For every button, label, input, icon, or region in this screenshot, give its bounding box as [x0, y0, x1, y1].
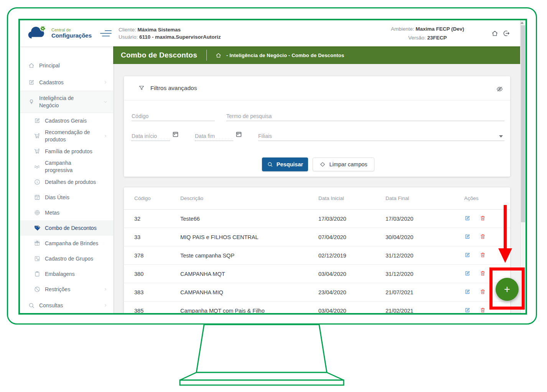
cell-data-inicial: 03/04/2020 — [318, 308, 386, 313]
scroll-up-arrow-icon[interactable] — [521, 20, 524, 25]
filiais-select[interactable] — [258, 131, 504, 141]
sidebar-item-dias-uteis[interactable]: Dias Úteis — [20, 190, 113, 205]
edit-row-button[interactable] — [464, 307, 471, 313]
sidebar-item-campanha-de-brindes[interactable]: Campanha de Brindes — [20, 236, 113, 251]
logo-text: Central de Configurações — [51, 28, 92, 38]
edit-row-button[interactable] — [464, 233, 471, 241]
sidebar-item-restricoes[interactable]: Restrições — [20, 282, 113, 297]
edit-row-button[interactable] — [464, 289, 471, 296]
cell-data-inicial: 02/12/2019 — [318, 253, 386, 259]
edit-action-icon — [464, 215, 471, 223]
sidebar-item-familia-de-produtos[interactable]: Família de produtos — [20, 144, 113, 159]
sidebar-item-label: Inteligência de Negócio — [39, 95, 93, 109]
app-logo[interactable]: Central de Configurações — [20, 24, 113, 43]
cell-codigo: 33 — [134, 234, 180, 240]
logout-icon[interactable] — [503, 30, 510, 37]
user-value: 6110 - maxima.SupervisorAutoriz — [139, 34, 221, 40]
cell-data-final: 21/07/2021 — [386, 289, 464, 295]
hide-filters-icon[interactable] — [496, 85, 503, 94]
sidebar-item-label: Campanha de Brindes — [45, 240, 98, 247]
cell-data-inicial: 23/04/2020 — [318, 289, 386, 295]
chevron-right-icon — [103, 287, 108, 292]
col-data-final: Data Final — [386, 195, 464, 201]
header-env-version: Ambiente: Maxima FECP (Dev) Versão: 23FE… — [391, 25, 464, 42]
cell-data-final: 30/04/2020 — [386, 234, 464, 240]
filters-panel: Filtros avançados — [124, 76, 510, 177]
delete-row-button[interactable] — [479, 252, 486, 259]
col-codigo: Código — [134, 195, 180, 201]
menu-hamburger-icon[interactable] — [100, 28, 112, 38]
wave-icon — [34, 163, 41, 170]
filiais-caret-down-icon[interactable] — [499, 135, 503, 138]
edit-action-icon — [464, 252, 471, 259]
search-icon — [267, 161, 273, 167]
version-value: 23FECP — [427, 35, 447, 41]
edit-row-button[interactable] — [464, 215, 471, 223]
delete-row-button[interactable] — [479, 270, 486, 278]
sidebar-item-label: Principal — [39, 62, 60, 69]
edit-action-icon — [464, 307, 471, 313]
sidebar-item-detalhes-de-produtos[interactable]: Detalhes de produtos — [20, 174, 113, 190]
cart-icon — [34, 148, 41, 155]
home-icon[interactable] — [491, 30, 499, 37]
sidebar-item-label: Detalhes de produtos — [45, 179, 96, 186]
sidebar-item-principal[interactable]: Principal — [20, 57, 113, 74]
breadcrumb: - Inteligência de Negócio - Combo de Des… — [226, 52, 344, 58]
data-fim-input[interactable] — [195, 131, 233, 141]
sidebar-item-cadastros-gerais[interactable]: Cadastros Gerais — [20, 113, 113, 128]
cell-data-inicial: 03/04/2020 — [318, 271, 386, 277]
annotation-red-arrow-head — [498, 248, 512, 263]
limpar-campos-button[interactable]: Limpar campos — [313, 157, 374, 171]
sidebar-item-metas[interactable]: Metas — [20, 205, 113, 220]
cell-data-inicial: 17/03/2020 — [318, 216, 386, 222]
home-icon — [28, 62, 35, 69]
sidebar-item-label: Família de produtos — [45, 148, 92, 155]
monitor-stand — [165, 324, 387, 391]
sidebar-item-label: Cadastros Gerais — [45, 117, 87, 125]
eraser-icon — [320, 161, 326, 167]
env-value: Maxima FECP (Dev) — [415, 26, 464, 32]
chevron-right-icon — [103, 134, 108, 138]
screenshot-canvas: Central de Configurações Cliente: Máxima… — [0, 0, 547, 392]
delete-row-button[interactable] — [479, 233, 486, 241]
cell-data-final: 21/02/2021 — [386, 308, 464, 313]
delete-row-button[interactable] — [479, 215, 486, 223]
data-inicio-calendar-icon[interactable] — [172, 131, 179, 139]
sidebar-item-combo-de-descontos[interactable]: Combo de Descontos — [20, 220, 113, 236]
data-fim-calendar-icon[interactable] — [235, 131, 242, 139]
sidebar-item-campanha-progressiva[interactable]: Campanha progressiva — [20, 159, 113, 174]
pesquisar-button[interactable]: Pesquisar — [262, 157, 308, 171]
delete-action-icon — [479, 252, 486, 259]
filter-funnel-icon — [138, 85, 145, 92]
sidebar-item-inteligencia-de-negocio[interactable]: Inteligência de Negócio — [20, 91, 113, 113]
tag-icon — [34, 225, 41, 231]
client-value: Máxima Sistemas — [138, 27, 181, 33]
breadcrumb-home-icon[interactable] — [215, 52, 222, 59]
cell-data-final: 31/12/2020 — [386, 271, 464, 277]
sidebar-item-recomendacao-de-produtos[interactable]: Recomendação de produtos — [20, 128, 113, 144]
edit-row-button[interactable] — [464, 252, 471, 259]
filters-divider — [124, 100, 510, 100]
sidebar-item-cadastros[interactable]: Cadastros — [20, 74, 113, 91]
delete-row-button[interactable] — [479, 307, 486, 313]
table-body: 32Teste6617/03/202017/03/202033MIQ PAIS … — [124, 210, 510, 313]
edit-action-icon — [464, 289, 471, 296]
col-descricao: Descrição — [180, 195, 318, 201]
sidebar-item-consultas[interactable]: Consultas — [20, 297, 113, 313]
sidebar-item-embalagens[interactable]: Embalagens — [20, 266, 113, 282]
delete-action-icon — [479, 307, 486, 313]
cell-data-final: 31/12/2020 — [386, 253, 464, 259]
limpar-campos-label: Limpar campos — [329, 161, 367, 167]
sidebar-item-cadastro-de-grupos[interactable]: Cadastro de Grupos — [20, 251, 113, 266]
calendar-check-icon — [34, 194, 41, 201]
page-title: Combo de Descontos — [121, 51, 197, 59]
termo-pesquisa-input[interactable] — [226, 112, 504, 121]
edit-row-button[interactable] — [464, 270, 471, 278]
edit-action-icon — [464, 270, 471, 278]
delete-row-button[interactable] — [479, 289, 486, 296]
scrollbar-thumb[interactable] — [521, 25, 525, 222]
codigo-input[interactable] — [132, 112, 215, 121]
cell-data-final: 17/03/2020 — [386, 216, 464, 222]
data-inicio-input[interactable] — [132, 131, 170, 141]
chevron-right-icon — [103, 303, 108, 308]
